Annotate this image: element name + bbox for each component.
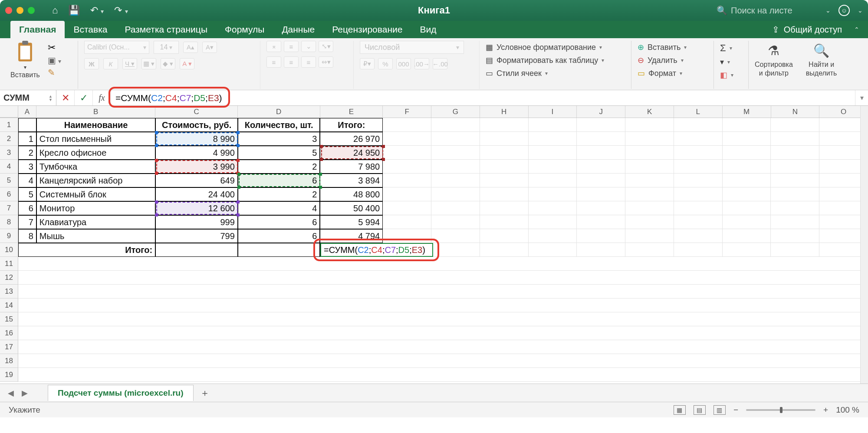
- col-L[interactable]: L: [674, 106, 723, 118]
- close-button[interactable]: [5, 7, 12, 14]
- spreadsheet-grid[interactable]: A B C D E F G H I J K L M N O 1 Наименов…: [0, 106, 868, 384]
- row-4[interactable]: 4: [0, 160, 18, 174]
- align-middle-icon[interactable]: ≡: [284, 41, 299, 52]
- feedback-dropdown[interactable]: ⌄: [858, 7, 863, 14]
- clear-button[interactable]: ◧▾: [720, 69, 742, 82]
- cell[interactable]: Итого:: [320, 118, 383, 132]
- save-icon[interactable]: 💾: [68, 5, 80, 16]
- align-bottom-icon[interactable]: ⌄: [301, 41, 316, 52]
- cells-insert-button[interactable]: ⊕Вставить▾: [638, 41, 707, 54]
- view-page-layout-icon[interactable]: ▤: [694, 405, 706, 415]
- format-as-table-button[interactable]: ▤Форматировать как таблицу▾: [486, 54, 625, 67]
- sheet-search[interactable]: 🔍: [717, 5, 818, 16]
- col-K[interactable]: K: [625, 106, 674, 118]
- name-box[interactable]: СУММ ▲▼: [0, 90, 56, 105]
- row-7[interactable]: 7: [0, 201, 18, 215]
- tab-insert[interactable]: Вставка: [65, 21, 116, 38]
- col-C[interactable]: C: [155, 106, 238, 118]
- col-N[interactable]: N: [771, 106, 820, 118]
- fill-color-button[interactable]: ◆ ▾: [161, 58, 175, 69]
- col-F[interactable]: F: [383, 106, 431, 118]
- col-B[interactable]: B: [36, 106, 155, 118]
- increase-decimal-icon[interactable]: .00→: [414, 58, 429, 69]
- format-painter-icon[interactable]: ✎: [48, 67, 62, 78]
- col-I[interactable]: I: [529, 106, 577, 118]
- view-page-break-icon[interactable]: ▥: [713, 405, 726, 415]
- col-E[interactable]: E: [320, 106, 383, 118]
- col-G[interactable]: G: [431, 106, 480, 118]
- view-normal-icon[interactable]: ▦: [674, 405, 686, 415]
- row-8[interactable]: 8: [0, 215, 18, 229]
- decrease-decimal-icon[interactable]: ←.00: [433, 58, 447, 69]
- comma-icon[interactable]: 000: [396, 58, 411, 69]
- ribbon-collapse-icon[interactable]: ⌃: [854, 26, 859, 33]
- tab-formulas[interactable]: Формулы: [216, 21, 273, 38]
- tab-home[interactable]: Главная: [10, 21, 65, 38]
- autosum-button[interactable]: Σ▾: [720, 41, 742, 56]
- row-1[interactable]: 1: [0, 118, 18, 132]
- tab-view[interactable]: Вид: [411, 21, 445, 38]
- footer-label-cell[interactable]: Итого:: [18, 243, 155, 257]
- sort-filter-button[interactable]: ⚗ Сортировка и фильтр: [755, 41, 793, 77]
- tab-review[interactable]: Рецензирование: [323, 21, 411, 38]
- cancel-button[interactable]: ✕: [56, 90, 75, 105]
- align-center-icon[interactable]: ≡: [284, 56, 299, 68]
- cell[interactable]: [18, 118, 36, 132]
- namebox-stepper-icon[interactable]: ▲▼: [49, 95, 53, 102]
- number-format-select[interactable]: Числовой▾: [360, 41, 464, 54]
- increase-font-icon[interactable]: A▴: [183, 42, 198, 53]
- percent-icon[interactable]: %: [378, 58, 393, 69]
- minimize-button[interactable]: [16, 7, 23, 14]
- row-10[interactable]: 10: [0, 243, 18, 257]
- col-J[interactable]: J: [577, 106, 625, 118]
- home-icon[interactable]: ⌂: [52, 5, 58, 16]
- sheet-tab[interactable]: Подсчет суммы (microexcel.ru): [48, 385, 194, 401]
- row-9[interactable]: 9: [0, 229, 18, 243]
- col-D[interactable]: D: [238, 106, 320, 118]
- search-dropdown[interactable]: ⌄: [825, 7, 831, 14]
- paste-button[interactable]: ▾ Вставить: [10, 41, 40, 79]
- col-M[interactable]: M: [723, 106, 771, 118]
- cell-styles-button[interactable]: ▭Стили ячеек▾: [486, 67, 625, 80]
- col-A[interactable]: A: [18, 106, 36, 118]
- add-sheet-button[interactable]: ＋: [196, 386, 214, 400]
- fill-button[interactable]: ▾▾: [720, 56, 742, 69]
- cut-icon[interactable]: ✂: [48, 42, 62, 53]
- col-H[interactable]: H: [480, 106, 529, 118]
- italic-button[interactable]: К: [103, 58, 118, 69]
- font-color-button[interactable]: A ▾: [180, 58, 194, 69]
- find-select-button[interactable]: 🔍 Найти и выделить: [806, 41, 837, 77]
- bold-button[interactable]: Ж: [84, 58, 99, 69]
- select-all-corner[interactable]: [0, 106, 18, 118]
- search-input[interactable]: [731, 6, 818, 16]
- zoom-level[interactable]: 100 %: [836, 405, 859, 415]
- align-right-icon[interactable]: ≡: [301, 56, 316, 68]
- underline-button[interactable]: Ч ▾: [122, 58, 137, 69]
- copy-icon[interactable]: ▣ ▾: [48, 55, 62, 66]
- row-3[interactable]: 3: [0, 146, 18, 160]
- maximize-button[interactable]: [28, 7, 35, 14]
- orientation-icon[interactable]: ⤡▾: [319, 41, 333, 52]
- row-6[interactable]: 6: [0, 187, 18, 201]
- cell[interactable]: Наименование: [36, 118, 155, 132]
- feedback-icon[interactable]: ☺: [838, 5, 850, 16]
- zoom-slider[interactable]: [746, 409, 815, 411]
- sheet-prev-icon[interactable]: ◀: [8, 388, 14, 398]
- formula-input[interactable]: =СУММ(C2;C4;C7;D5;E3): [111, 90, 855, 105]
- row-2[interactable]: 2: [0, 132, 18, 146]
- currency-icon[interactable]: ₽▾: [360, 58, 375, 69]
- border-button[interactable]: ▦ ▾: [141, 58, 156, 69]
- tab-page-layout[interactable]: Разметка страницы: [116, 21, 216, 38]
- decrease-font-icon[interactable]: A▾: [202, 42, 217, 53]
- align-left-icon[interactable]: ≡: [266, 56, 281, 68]
- cell[interactable]: Количество, шт.: [238, 118, 320, 132]
- undo-icon[interactable]: ↶ ▾: [90, 5, 104, 16]
- enter-button[interactable]: ✓: [75, 90, 93, 105]
- font-size-select[interactable]: 14▾: [154, 41, 179, 54]
- zoom-out-button[interactable]: −: [733, 405, 738, 415]
- merge-icon[interactable]: ⇔▾: [319, 56, 333, 68]
- vertical-scrollbar[interactable]: [860, 106, 868, 384]
- row-5[interactable]: 5: [0, 174, 18, 187]
- align-top-icon[interactable]: ⌅: [266, 41, 281, 52]
- fx-button[interactable]: fx: [93, 90, 111, 105]
